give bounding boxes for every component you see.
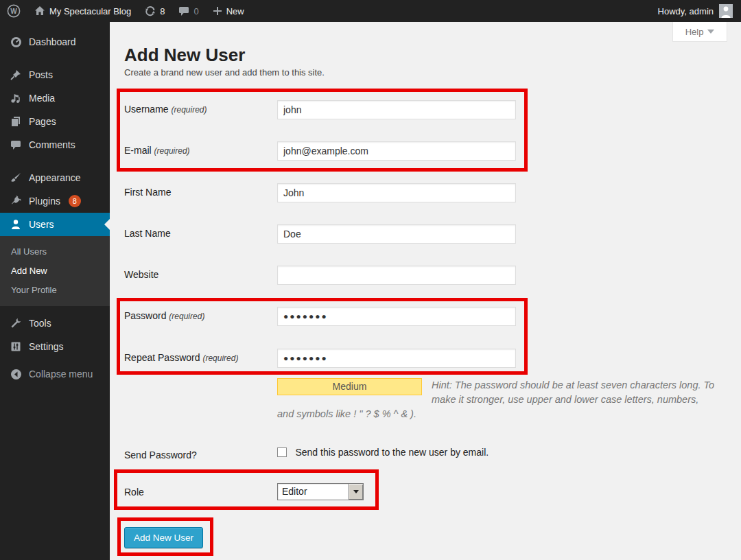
password-row: Password (required) xyxy=(124,307,516,326)
password-hint-area: Medium Hint: The password should be at l… xyxy=(277,378,716,421)
pin-icon xyxy=(10,69,22,80)
password-strength-meter: Medium xyxy=(277,378,422,395)
help-button[interactable]: Help xyxy=(672,22,727,42)
first-name-input[interactable] xyxy=(277,183,516,202)
wordpress-logo[interactable]: W xyxy=(0,0,27,22)
site-name: My Spectacular Blog xyxy=(49,6,131,16)
username-row: Username (required) xyxy=(124,100,516,119)
first-name-label: First Name xyxy=(124,183,277,202)
send-password-label: Send Password? xyxy=(124,446,277,460)
site-name-menu[interactable]: My Spectacular Blog xyxy=(27,0,138,22)
send-password-checkbox-label: Send this password to the new user by em… xyxy=(295,447,489,458)
main-content: Help Add New User Create a brand new use… xyxy=(110,22,741,560)
sidebar-item-users[interactable]: Users xyxy=(0,213,110,236)
website-input[interactable] xyxy=(277,266,516,285)
sidebar-item-dashboard[interactable]: Dashboard xyxy=(0,30,110,54)
collapse-menu-button[interactable]: Collapse menu xyxy=(0,362,110,386)
wrench-icon xyxy=(10,318,22,329)
comments-menu[interactable]: 0 xyxy=(172,0,205,22)
email-row: E-mail (required) xyxy=(124,141,516,161)
username-label: Username xyxy=(124,104,169,115)
role-label: Role xyxy=(124,483,277,500)
avatar xyxy=(719,4,733,18)
email-label: E-mail xyxy=(124,145,152,156)
username-required-note: (required) xyxy=(171,105,207,115)
last-name-label: Last Name xyxy=(124,224,277,244)
home-icon xyxy=(34,5,45,16)
submenu-your-profile[interactable]: Your Profile xyxy=(0,280,110,299)
new-label: New xyxy=(226,6,244,16)
comment-count: 0 xyxy=(193,6,198,16)
plug-icon xyxy=(10,196,22,207)
email-required-note: (required) xyxy=(154,146,190,156)
sidebar-item-comments[interactable]: Comments xyxy=(0,133,110,156)
page-subtitle: Create a brand new user and add them to … xyxy=(124,67,325,78)
chevron-down-icon xyxy=(353,490,359,493)
sidebar-item-posts[interactable]: Posts xyxy=(0,63,110,86)
active-menu-arrow xyxy=(104,219,110,230)
website-label: Website xyxy=(124,266,277,285)
page-title: Add New User xyxy=(124,45,245,65)
send-password-row: Send Password? Send this password to the… xyxy=(124,446,489,460)
brush-icon xyxy=(10,172,22,183)
dashboard-icon xyxy=(10,36,22,48)
media-icon xyxy=(10,93,22,104)
comments-icon xyxy=(10,139,22,150)
users-submenu: All Users Add New Your Profile xyxy=(0,236,110,306)
wordpress-logo-icon: W xyxy=(7,4,21,18)
password-required-note: (required) xyxy=(169,312,204,321)
howdy-text: Howdy, admin xyxy=(658,6,714,16)
sidebar-item-settings[interactable]: Settings xyxy=(0,335,110,358)
submenu-add-new[interactable]: Add New xyxy=(0,261,110,280)
updates-menu[interactable]: 8 xyxy=(138,0,172,22)
updates-icon xyxy=(145,5,156,16)
email-input[interactable] xyxy=(277,141,516,161)
repeat-password-label: Repeat Password xyxy=(124,352,200,363)
send-password-checkbox[interactable] xyxy=(277,447,287,457)
update-count: 8 xyxy=(160,6,165,16)
password-label: Password xyxy=(124,310,166,321)
collapse-arrow-icon xyxy=(10,369,22,380)
select-dropdown-button[interactable] xyxy=(348,484,363,500)
add-new-user-button[interactable]: Add New User xyxy=(124,527,203,548)
new-menu[interactable]: New xyxy=(206,0,251,22)
website-row: Website xyxy=(124,266,516,285)
account-menu[interactable]: Howdy, admin xyxy=(658,4,741,18)
sidebar-item-appearance[interactable]: Appearance xyxy=(0,166,110,189)
plus-icon xyxy=(213,6,222,16)
repeat-password-input[interactable] xyxy=(277,349,516,368)
settings-icon xyxy=(10,341,22,352)
sidebar-item-tools[interactable]: Tools xyxy=(0,312,110,335)
sidebar-item-plugins[interactable]: Plugins 8 xyxy=(0,189,110,213)
last-name-input[interactable] xyxy=(277,224,516,244)
chevron-down-icon xyxy=(707,30,714,34)
sidebar-item-media[interactable]: Media xyxy=(0,86,110,110)
comment-bubble-icon xyxy=(178,5,189,16)
username-input[interactable] xyxy=(277,100,516,119)
repeat-password-row: Repeat Password (required) xyxy=(124,349,516,368)
pages-icon xyxy=(10,116,22,127)
repeat-password-required-note: (required) xyxy=(202,353,238,363)
password-input[interactable] xyxy=(277,307,516,326)
role-row: Role Editor xyxy=(124,483,364,500)
admin-sidebar: Dashboard Posts Media xyxy=(0,22,110,560)
role-select[interactable]: Editor xyxy=(277,483,364,500)
first-name-row: First Name xyxy=(124,183,516,202)
admin-bar: W My Spectacular Blog 8 xyxy=(0,0,741,22)
sidebar-item-pages[interactable]: Pages xyxy=(0,110,110,133)
last-name-row: Last Name xyxy=(124,224,516,244)
submenu-all-users[interactable]: All Users xyxy=(0,242,110,261)
plugins-update-badge: 8 xyxy=(69,195,81,207)
role-selected-value: Editor xyxy=(278,484,348,500)
user-icon xyxy=(10,219,22,230)
svg-text:W: W xyxy=(10,8,17,15)
